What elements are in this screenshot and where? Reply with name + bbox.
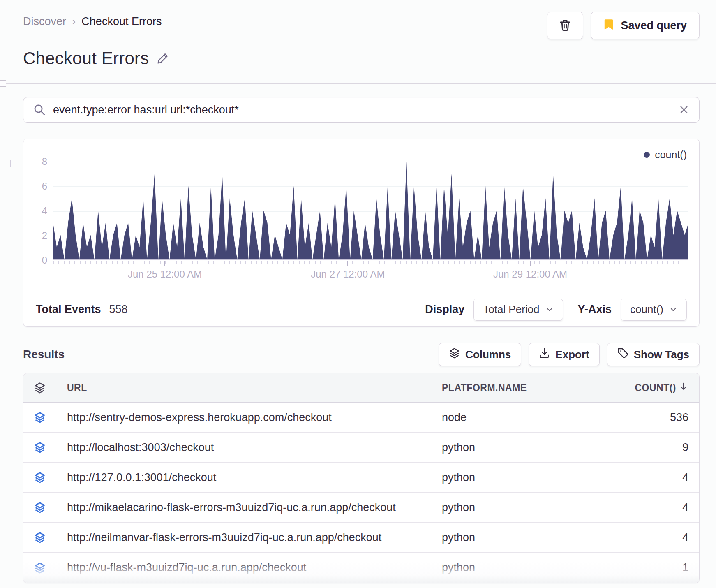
page-title: Checkout Errors xyxy=(23,49,149,68)
cell-platform: python xyxy=(442,501,594,514)
chevron-down-icon xyxy=(669,306,677,314)
cell-count: 4 xyxy=(594,471,688,484)
sort-desc-arrow-icon xyxy=(679,382,688,394)
bookmark-icon xyxy=(603,19,614,33)
export-button[interactable]: Export xyxy=(529,343,599,366)
breadcrumb-current: Checkout Errors xyxy=(81,15,162,28)
chevron-down-icon xyxy=(545,306,554,314)
show-tags-button[interactable]: Show Tags xyxy=(607,343,700,366)
cell-count: 1 xyxy=(594,561,688,574)
tag-icon xyxy=(617,347,628,361)
row-actions-stack-icon[interactable] xyxy=(34,412,67,423)
header-cell-url[interactable]: URL xyxy=(67,382,442,394)
table-row: http://neilmanvar-flask-errors-m3uuizd7i… xyxy=(23,523,699,553)
chart-footer: Total Events 558 Display Total Period Y-… xyxy=(23,292,699,326)
saved-query-label: Saved query xyxy=(621,19,687,32)
chart-panel: count() 02468 Jun 25 12:00 AMJun 27 12:0… xyxy=(23,139,700,327)
search-icon xyxy=(33,104,46,116)
y-axis-label: 8 xyxy=(42,156,47,167)
row-actions-stack-icon[interactable] xyxy=(34,502,67,513)
row-actions-stack-icon[interactable] xyxy=(34,442,67,453)
saved-query-button[interactable]: Saved query xyxy=(591,12,700,39)
cell-count: 4 xyxy=(594,531,688,544)
y-axis-label: 4 xyxy=(42,205,47,217)
table-header: URL PLATFORM.NAME COUNT() xyxy=(23,373,699,403)
x-axis-label: Jun 25 12:00 AM xyxy=(128,269,202,280)
breadcrumb-chevron-icon: › xyxy=(72,15,76,28)
total-events-value: 558 xyxy=(109,303,128,316)
area-series xyxy=(53,162,688,259)
cell-url: http://neilmanvar-flask-errors-m3uuizd7i… xyxy=(67,531,442,544)
table-row: http://vu-flask-m3uuizd7iq-uc.a.run.app/… xyxy=(23,553,699,583)
footer-controls: Display Total Period Y-Axis count() xyxy=(425,299,687,321)
table-row: http://localhost:3003/checkout python 9 xyxy=(23,433,699,463)
layers-icon xyxy=(449,347,460,361)
results-header: Results Columns Export xyxy=(23,343,700,366)
breadcrumb: Discover › Checkout Errors xyxy=(23,12,162,28)
cell-url: http://127.0.0.1:3001/checkout xyxy=(67,471,442,484)
table-row: http://127.0.0.1:3001/checkout python 4 xyxy=(23,463,699,493)
row-actions-stack-icon[interactable] xyxy=(34,472,67,483)
header-stack-icon xyxy=(34,382,67,394)
header-divider xyxy=(0,83,716,84)
cell-url: http://mikaelacarino-flask-errors-m3uuiz… xyxy=(67,501,442,514)
edit-pencil-icon[interactable] xyxy=(156,52,169,65)
row-actions-stack-icon[interactable] xyxy=(34,532,67,543)
results-toolbar: Columns Export Show Tags xyxy=(439,343,700,366)
x-axis-major-tick xyxy=(347,261,348,266)
delete-query-button[interactable] xyxy=(547,12,583,39)
table-row: http://mikaelacarino-flask-errors-m3uuiz… xyxy=(23,493,699,523)
y-axis-label: 6 xyxy=(42,181,47,192)
x-axis-ticks xyxy=(53,261,688,264)
yaxis-select-value: count() xyxy=(630,303,663,316)
results-heading: Results xyxy=(23,348,65,361)
x-axis-label: Jun 29 12:00 AM xyxy=(493,269,567,280)
search-bar xyxy=(23,97,700,123)
legend-dot xyxy=(644,152,650,158)
header-cell-count[interactable]: COUNT() xyxy=(594,382,688,394)
legend-label: count() xyxy=(655,149,687,161)
clear-search-icon[interactable] xyxy=(679,104,689,115)
total-events-label: Total Events xyxy=(36,303,101,316)
cell-platform: python xyxy=(442,441,594,454)
cell-platform: node xyxy=(442,411,594,424)
total-events: Total Events 558 xyxy=(36,303,128,316)
table-row: http://sentry-demos-express.herokuapp.co… xyxy=(23,403,699,433)
chart-plot[interactable] xyxy=(53,162,688,260)
cell-count: 4 xyxy=(594,501,688,514)
display-select-value: Total Period xyxy=(483,303,539,316)
table-body: http://sentry-demos-express.herokuapp.co… xyxy=(23,403,699,583)
row-actions-stack-icon[interactable] xyxy=(34,562,67,574)
x-axis-labels: Jun 25 12:00 AMJun 27 12:00 AMJun 29 12:… xyxy=(53,269,688,282)
columns-button[interactable]: Columns xyxy=(439,343,521,366)
cell-count: 9 xyxy=(594,441,688,454)
x-axis-label: Jun 27 12:00 AM xyxy=(311,269,385,280)
show-tags-button-label: Show Tags xyxy=(634,348,689,361)
sidebar-collapse-handle[interactable] xyxy=(0,80,6,87)
export-button-label: Export xyxy=(555,348,589,361)
cell-platform: python xyxy=(442,561,594,574)
header-cell-platform[interactable]: PLATFORM.NAME xyxy=(442,382,594,394)
cell-count: 536 xyxy=(594,411,688,424)
cell-url: http://sentry-demos-express.herokuapp.co… xyxy=(67,411,442,424)
download-icon xyxy=(539,347,550,361)
page-header: Discover › Checkout Errors Saved query xyxy=(23,12,700,39)
yaxis-label: Y-Axis xyxy=(578,303,612,316)
legend-item-count[interactable]: count() xyxy=(644,149,687,161)
display-label: Display xyxy=(425,303,464,316)
left-edge-mark xyxy=(10,160,11,167)
header-actions: Saved query xyxy=(547,12,700,39)
columns-button-label: Columns xyxy=(465,348,511,361)
yaxis-select[interactable]: count() xyxy=(621,299,687,321)
cell-url: http://localhost:3003/checkout xyxy=(67,441,442,454)
cell-platform: python xyxy=(442,471,594,484)
breadcrumb-link-discover[interactable]: Discover xyxy=(23,15,66,28)
y-axis-label: 0 xyxy=(42,255,47,266)
page-title-row: Checkout Errors xyxy=(23,49,169,68)
cell-url: http://vu-flask-m3uuizd7iq-uc.a.run.app/… xyxy=(67,561,442,574)
display-select[interactable]: Total Period xyxy=(473,299,563,321)
trash-icon xyxy=(559,19,571,32)
search-input[interactable] xyxy=(53,104,679,116)
header-cell-count-label: COUNT() xyxy=(635,382,676,394)
cell-platform: python xyxy=(442,531,594,544)
